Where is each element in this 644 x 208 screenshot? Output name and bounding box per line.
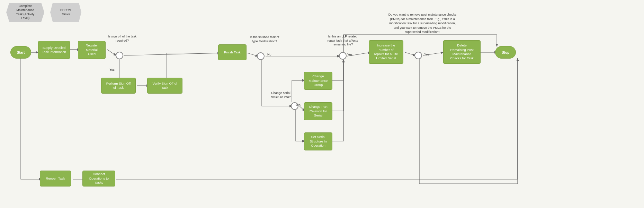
- svg-line-4: [248, 53, 258, 56]
- change-maintenance-group-node: Change Maintenance Group: [304, 72, 332, 90]
- flowchart-diagram: Complete Maintenance Task (Activity Leve…: [0, 0, 644, 208]
- stop-node: Stop: [495, 46, 516, 59]
- increase-repairs-node: Increase the number of repairs for a Lif…: [369, 40, 403, 64]
- delete-pmc-node: Delete Remaining Post Maintenance Checks…: [443, 40, 481, 64]
- finish-task-node: Finish Task: [218, 44, 247, 60]
- question-signoff: Is sign off of the task required?: [107, 35, 138, 43]
- label-yes-llp: Yes: [347, 53, 352, 56]
- question-remove-pmc: Do you want to remove post maintenance c…: [388, 12, 457, 34]
- label-no-modification: No: [267, 53, 271, 56]
- verify-signoff-node: Verify Sign Off of Task: [147, 78, 182, 94]
- question-change-serial: Change serial structure info?: [265, 91, 296, 99]
- svg-line-8: [405, 52, 415, 55]
- label-yes-remove-pmc: Yes: [424, 53, 429, 56]
- question-modification: Is the finished task of type Modificatio…: [247, 35, 282, 43]
- gateway-signoff: [116, 52, 123, 59]
- svg-line-2: [107, 50, 116, 55]
- label-yes-signoff: Yes: [109, 68, 115, 71]
- start-node: Start: [10, 46, 31, 59]
- change-part-revision-node: Change Part Revision for Serial: [304, 102, 332, 120]
- reopen-task-node: Reopen Task: [40, 171, 71, 187]
- question-llp: Is this an LLP related repair task that …: [325, 35, 360, 47]
- connect-operations-node: Connect Operations to Tasks: [82, 171, 115, 187]
- supply-task-info-node: Supply Detailed Task Information: [38, 41, 70, 59]
- set-serial-structure-node: Set Serial Structure In Operation: [304, 132, 332, 150]
- register-material-node: Register Material Used: [78, 41, 106, 59]
- gateway-llp: [339, 52, 347, 60]
- label-yes-serial: Yes: [295, 103, 301, 107]
- legend-complete-maintenance: Complete Maintenance Task (Activity Leve…: [6, 3, 44, 22]
- legend-bdr-tasks: BDR for Tasks: [50, 3, 81, 22]
- gateway-modification: [257, 52, 265, 60]
- perform-signoff-node: Perform Sign Off of Task: [101, 78, 136, 94]
- gateway-remove-pmc: [414, 52, 422, 59]
